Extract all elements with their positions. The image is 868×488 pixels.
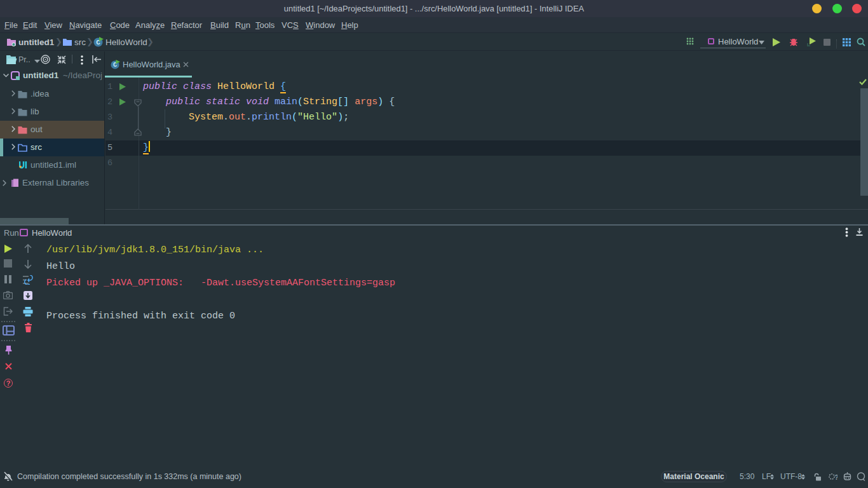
svg-text:?: ? — [835, 474, 838, 481]
